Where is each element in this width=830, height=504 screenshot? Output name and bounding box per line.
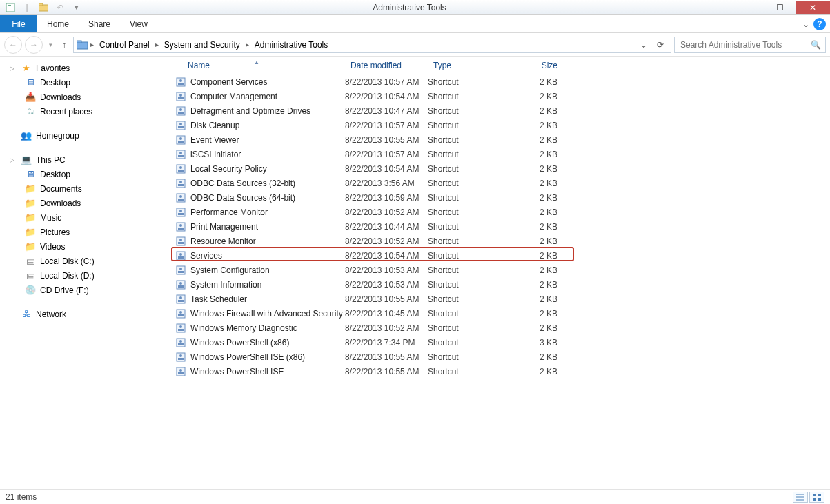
- sidebar-homegroup[interactable]: 👥 Homegroup: [0, 128, 168, 143]
- column-name[interactable]: Name▲: [168, 61, 345, 70]
- tab-view[interactable]: View: [120, 15, 157, 32]
- file-row[interactable]: System Information8/22/2013 10:53 AMShor…: [168, 277, 830, 292]
- file-row[interactable]: Task Scheduler8/22/2013 10:55 AMShortcut…: [168, 292, 830, 306]
- file-row[interactable]: Event Viewer8/22/2013 10:55 AMShortcut2 …: [168, 132, 830, 147]
- file-date: 8/22/2013 3:56 AM: [345, 179, 428, 188]
- sidebar-network[interactable]: 🖧 Network: [0, 307, 168, 321]
- crumb-admin-tools[interactable]: Administrative Tools: [252, 39, 331, 51]
- sidebar-item-recent[interactable]: 🗂Recent places: [0, 104, 168, 119]
- file-row[interactable]: Performance Monitor8/22/2013 10:52 AMSho…: [168, 205, 830, 219]
- file-tab[interactable]: File: [0, 15, 37, 32]
- file-row[interactable]: ODBC Data Sources (32-bit)8/22/2013 3:56…: [168, 176, 830, 190]
- file-row[interactable]: System Configuration8/22/2013 10:53 AMSh…: [168, 263, 830, 277]
- file-date: 8/22/2013 10:54 AM: [345, 92, 428, 101]
- svg-rect-7: [178, 83, 184, 85]
- svg-point-29: [179, 181, 182, 183]
- help-icon[interactable]: ?: [813, 18, 826, 30]
- file-row[interactable]: ODBC Data Sources (64-bit)8/22/2013 10:5…: [168, 190, 830, 205]
- file-row[interactable]: Windows PowerShell ISE8/22/2013 10:55 AM…: [168, 364, 830, 379]
- sidebar-favorites[interactable]: ▷ ★ Favorites: [0, 61, 168, 75]
- minimize-button[interactable]: —: [732, 1, 764, 14]
- folder-icon: 📁: [25, 198, 36, 209]
- svg-point-23: [179, 152, 182, 154]
- file-row[interactable]: Windows PowerShell ISE (x86)8/22/2013 10…: [168, 350, 830, 364]
- new-folder-icon[interactable]: [36, 1, 51, 14]
- file-type: Shortcut: [428, 193, 511, 203]
- file-size: 2 KB: [511, 106, 566, 116]
- file-row[interactable]: Windows Memory Diagnostic8/22/2013 10:52…: [168, 321, 830, 335]
- file-name: Windows PowerShell ISE (x86): [190, 352, 305, 362]
- file-row[interactable]: Windows Firewall with Advanced Security8…: [168, 306, 830, 321]
- sidebar-item-videos[interactable]: 📁Videos: [0, 239, 168, 254]
- refresh-icon[interactable]: ⟳: [653, 40, 668, 50]
- file-name: Performance Monitor: [190, 208, 268, 217]
- address-bar[interactable]: ▸ Control Panel ▸ System and Security ▸ …: [73, 37, 671, 53]
- column-type[interactable]: Type: [428, 61, 511, 70]
- forward-button[interactable]: →: [25, 36, 43, 54]
- file-type: Shortcut: [428, 338, 511, 347]
- file-date: 8/22/2013 10:57 AM: [345, 150, 428, 159]
- shortcut-icon: [175, 163, 186, 174]
- svg-rect-13: [178, 112, 184, 114]
- close-button[interactable]: ✕: [796, 1, 830, 14]
- maximize-button[interactable]: ☐: [764, 1, 796, 14]
- tab-share[interactable]: Share: [79, 15, 120, 32]
- details-view-button[interactable]: [793, 492, 808, 503]
- sidebar-item-pictures[interactable]: 📁Pictures: [0, 225, 168, 239]
- properties-icon[interactable]: [3, 1, 18, 14]
- file-row[interactable]: iSCSI Initiator8/22/2013 10:57 AMShortcu…: [168, 147, 830, 161]
- sidebar-item-downloads[interactable]: 📥Downloads: [0, 90, 168, 104]
- back-button[interactable]: ←: [4, 36, 22, 54]
- file-name: Resource Monitor: [190, 236, 256, 246]
- sidebar-item-music[interactable]: 📁Music: [0, 210, 168, 225]
- sidebar-item-disk-d[interactable]: 🖴Local Disk (D:): [0, 268, 168, 283]
- file-row[interactable]: Component Services8/22/2013 10:57 AMShor…: [168, 74, 830, 89]
- column-size[interactable]: Size: [511, 61, 566, 70]
- file-row[interactable]: Local Security Policy8/22/2013 10:54 AMS…: [168, 161, 830, 176]
- undo-icon[interactable]: ↶: [52, 1, 68, 14]
- file-name: Windows PowerShell (x86): [190, 338, 289, 347]
- recent-locations-icon[interactable]: ▾: [46, 36, 55, 54]
- svg-rect-49: [178, 285, 184, 288]
- crumb-system-security[interactable]: System and Security: [161, 39, 243, 51]
- collapse-icon[interactable]: ▷: [10, 157, 17, 163]
- file-row[interactable]: Defragment and Optimize Drives8/22/2013 …: [168, 103, 830, 118]
- svg-point-59: [179, 325, 182, 328]
- search-box[interactable]: 🔍: [674, 37, 826, 53]
- column-date[interactable]: Date modified: [345, 61, 428, 70]
- ribbon-expand-icon[interactable]: ⌄: [798, 15, 813, 32]
- shortcut-icon: [175, 91, 186, 102]
- sidebar-item-downloads[interactable]: 📁Downloads: [0, 196, 168, 210]
- file-row[interactable]: Services8/22/2013 10:54 AMShortcut2 KB: [168, 248, 830, 263]
- svg-rect-67: [178, 372, 184, 374]
- sidebar-item-desktop[interactable]: 🖥Desktop: [0, 75, 168, 90]
- sidebar-item-desktop[interactable]: 🖥Desktop: [0, 167, 168, 181]
- file-row[interactable]: Print Management8/22/2013 10:44 AMShortc…: [168, 219, 830, 234]
- search-input[interactable]: [679, 39, 811, 50]
- up-button[interactable]: ↑: [58, 40, 70, 50]
- qat-dropdown-icon[interactable]: ▾: [69, 1, 84, 14]
- file-row[interactable]: Resource Monitor8/22/2013 10:52 AMShortc…: [168, 234, 830, 248]
- shortcut-icon: [175, 221, 186, 232]
- search-icon[interactable]: 🔍: [811, 40, 821, 50]
- file-row[interactable]: Computer Management8/22/2013 10:54 AMSho…: [168, 89, 830, 103]
- collapse-icon[interactable]: ▷: [10, 65, 17, 72]
- sidebar-thispc[interactable]: ▷ 💻 This PC: [0, 152, 168, 167]
- crumb-control-panel[interactable]: Control Panel: [97, 39, 152, 51]
- chevron-right-icon[interactable]: ▸: [89, 41, 95, 48]
- shortcut-icon: [175, 149, 186, 160]
- chevron-right-icon[interactable]: ▸: [154, 41, 160, 48]
- file-size: 2 KB: [511, 352, 566, 362]
- sidebar-item-disk-c[interactable]: 🖴Local Disk (C:): [0, 254, 168, 268]
- svg-point-32: [179, 195, 182, 198]
- file-size: 2 KB: [511, 164, 566, 174]
- large-icons-view-button[interactable]: [809, 492, 824, 503]
- tab-home[interactable]: Home: [37, 15, 79, 32]
- chevron-right-icon[interactable]: ▸: [244, 41, 250, 48]
- svg-rect-75: [818, 498, 821, 501]
- sidebar-item-documents[interactable]: 📁Documents: [0, 181, 168, 196]
- file-row[interactable]: Disk Cleanup8/22/2013 10:57 AMShortcut2 …: [168, 118, 830, 132]
- address-dropdown-icon[interactable]: ⌄: [636, 40, 651, 50]
- file-row[interactable]: Windows PowerShell (x86)8/22/2013 7:34 P…: [168, 335, 830, 350]
- sidebar-item-cd-drive[interactable]: 💿CD Drive (F:): [0, 283, 168, 297]
